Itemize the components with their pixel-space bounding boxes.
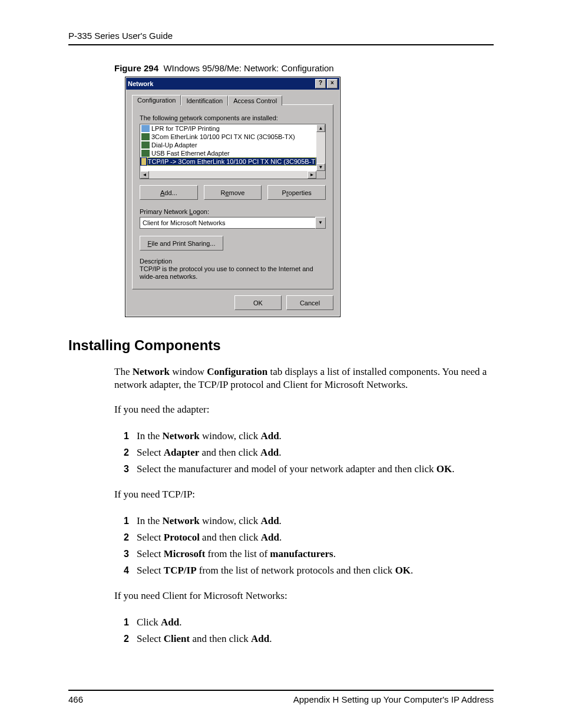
tab-identification[interactable]: Identification [181, 95, 228, 106]
tab-strip: Configuration Identification Access Cont… [132, 94, 333, 104]
window-titlebar[interactable]: Network ? × [126, 78, 339, 90]
ok-button[interactable]: OK [234, 295, 282, 310]
printer-icon [141, 125, 150, 132]
list-step: In the Network window, click Add. [124, 428, 494, 444]
list-item-selected[interactable]: TCP/IP -> 3Com EtherLink 10/100 PCI TX N… [140, 157, 316, 166]
description-label: Description [140, 258, 326, 265]
paragraph: The Network window Configuration tab dis… [114, 365, 494, 391]
paragraph: If you need Client for Microsoft Network… [114, 589, 494, 602]
running-header: P-335 Series User's Guide [68, 31, 494, 41]
horizontal-scrollbar[interactable]: ◄► [140, 171, 316, 179]
tab-configuration[interactable]: Configuration [132, 95, 181, 105]
list-step: Select Microsoft from the list of manufa… [124, 546, 494, 562]
figure-caption: Figure 294 WIndows 95/98/Me: Network: Co… [114, 63, 494, 73]
list-step: Select Client and then click Add. [124, 631, 494, 647]
scroll-up-icon[interactable]: ▲ [316, 124, 325, 132]
list-item[interactable]: LPR for TCP/IP Printing [140, 124, 316, 133]
ordered-list: In the Network window, click Add. Select… [124, 428, 494, 477]
components-listbox[interactable]: LPR for TCP/IP Printing 3Com EtherLink 1… [140, 124, 326, 179]
page-footer: 466 Appendix H Setting up Your Computer'… [68, 690, 494, 704]
adapter-icon [141, 133, 150, 140]
screenshot: Network ? × Configuration Identification… [125, 77, 340, 317]
cancel-button[interactable]: Cancel [286, 295, 333, 310]
add-button[interactable]: Add... [140, 185, 198, 200]
list-item[interactable]: 3Com EtherLink 10/100 PCI TX NIC (3C905B… [140, 133, 316, 141]
help-icon[interactable]: ? [315, 79, 326, 88]
list-item[interactable]: Dial-Up Adapter [140, 141, 316, 149]
protocol-icon [141, 158, 146, 165]
description-text: TCP/IP is the protocol you use to connec… [140, 265, 326, 281]
ordered-list: Click Add. Select Client and then click … [124, 614, 494, 647]
figure-caption-text: WIndows 95/98/Me: Network: Configuration [163, 63, 333, 73]
properties-button[interactable]: Properties [267, 185, 326, 200]
list-step: Select TCP/IP from the list of network p… [124, 562, 494, 579]
logon-combobox[interactable]: ▼ [140, 217, 326, 229]
tab-panel: The following network components are ins… [132, 104, 333, 289]
appendix-title: Appendix H Setting up Your Computer's IP… [293, 694, 494, 704]
adapter-icon [141, 150, 150, 157]
logon-label: Primary Network Logon: [140, 208, 326, 215]
ordered-list: In the Network window, click Add. Select… [124, 513, 494, 579]
adapter-icon [141, 141, 150, 149]
figure-label: Figure 294 [114, 63, 158, 73]
list-step: Select Protocol and then click Add. [124, 529, 494, 546]
paragraph: If you need TCP/IP: [114, 488, 494, 501]
page-number: 466 [68, 694, 83, 704]
list-step: In the Network window, click Add. [124, 513, 494, 529]
footer-rule [68, 690, 494, 691]
scroll-down-icon[interactable]: ▼ [316, 163, 325, 171]
window-title: Network [128, 80, 314, 87]
components-label: The following network components are ins… [140, 114, 326, 121]
header-rule [68, 44, 494, 45]
list-item[interactable]: USB Fast Ethernet Adapter [140, 149, 316, 157]
chevron-down-icon[interactable]: ▼ [315, 217, 326, 229]
section-heading: Installing Components [68, 337, 494, 354]
tab-access-control[interactable]: Access Control [228, 95, 282, 106]
scroll-corner [316, 171, 325, 179]
logon-value[interactable] [140, 217, 315, 229]
paragraph: If you need the adapter: [114, 403, 494, 416]
list-step: Select Adapter and then click Add. [124, 444, 494, 461]
list-step: Select the manufacturer and model of you… [124, 461, 494, 477]
vertical-scrollbar[interactable]: ▲▼ [316, 124, 325, 171]
remove-button[interactable]: Remove [204, 185, 262, 200]
list-step: Click Add. [124, 614, 494, 631]
scroll-left-icon[interactable]: ◄ [140, 171, 149, 179]
close-icon[interactable]: × [327, 79, 338, 88]
scroll-right-icon[interactable]: ► [308, 171, 316, 179]
file-print-sharing-button[interactable]: File and Print Sharing... [140, 236, 223, 251]
